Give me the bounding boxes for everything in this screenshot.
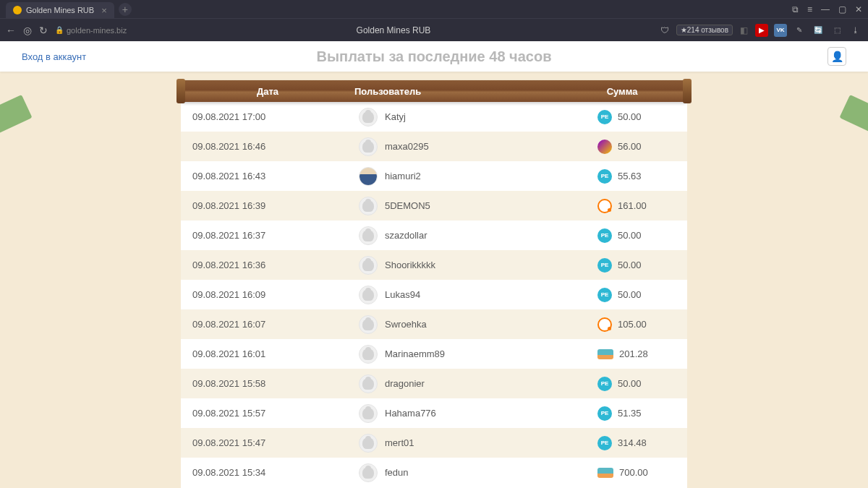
qiwi-icon	[597, 317, 612, 332]
header-user: Пользователь	[354, 86, 557, 97]
qiwi-icon	[597, 199, 612, 213]
cell-date: 09.08.2021 15:47	[192, 437, 359, 448]
table-row: 09.08.2021 16:36ShoorikkkkkPE50.00	[181, 250, 687, 280]
avatar-icon	[359, 286, 378, 304]
cell-sum: PE50.00	[597, 258, 676, 273]
cell-user: Lukas94	[359, 286, 597, 304]
table-row: 09.08.2021 16:46maxa029556.00	[181, 132, 687, 161]
table-row: 09.08.2021 15:58dragonierPE50.00	[181, 369, 687, 398]
username: dragonier	[385, 378, 425, 389]
menu-icon[interactable]: ≡	[807, 4, 812, 14]
avatar-icon	[359, 404, 378, 423]
account-icon[interactable]: 👤	[827, 47, 846, 66]
close-tab-icon[interactable]: ×	[101, 5, 107, 16]
table-row: 09.08.2021 17:00KatyjPE50.00	[181, 102, 687, 132]
avatar-icon	[359, 434, 378, 453]
ext-feather-icon[interactable]: ✎	[793, 24, 806, 37]
minimize-icon[interactable]: —	[821, 4, 830, 14]
cell-date: 09.08.2021 17:00	[192, 111, 359, 122]
cell-date: 09.08.2021 16:36	[192, 260, 359, 270]
reload-button[interactable]: ↻	[39, 25, 48, 36]
shield-icon[interactable]: 🛡	[660, 25, 669, 35]
cell-user: 5DEMON5	[359, 197, 597, 215]
window-controls: ⧉ ≡ — ▢ ✕	[792, 4, 862, 14]
cell-user: hiamuri2	[359, 167, 597, 186]
downloads-icon[interactable]: ⭳	[849, 24, 862, 37]
cell-sum: PE50.00	[597, 288, 676, 302]
amount: 50.00	[618, 230, 642, 241]
avatar-icon	[359, 167, 378, 186]
payeer-icon: PE	[597, 169, 612, 184]
cell-user: mert01	[359, 434, 597, 453]
amount: 50.00	[618, 260, 642, 270]
favicon-icon	[13, 6, 22, 14]
table-row: 09.08.2021 16:07Swroehka105.00	[181, 309, 687, 339]
ext-youtube-icon[interactable]: ▶	[755, 24, 768, 37]
ext-translate-icon[interactable]: 🔄	[812, 24, 825, 37]
cell-user: Marinaemm89	[359, 345, 597, 364]
username: Marinaemm89	[385, 348, 445, 359]
reviews-badge[interactable]: ★214 отзывов	[676, 25, 733, 35]
bookmark-icon[interactable]: ◧	[740, 25, 748, 35]
cell-date: 09.08.2021 16:39	[192, 200, 359, 211]
avatar-icon	[359, 256, 378, 275]
page-heading: Выплаты за последние 48 часов	[317, 48, 552, 65]
login-link[interactable]: Вход в аккаунт	[22, 51, 86, 62]
url-host: golden-mines.biz	[67, 26, 127, 35]
table-header: Дата Пользователь Сумма	[181, 80, 687, 102]
username: Lukas94	[385, 289, 420, 300]
cell-user: Katyj	[359, 108, 597, 127]
cell-date: 09.08.2021 16:09	[192, 289, 359, 300]
amount: 50.00	[618, 111, 642, 122]
payeer-icon: PE	[597, 436, 612, 450]
amount: 51.35	[618, 408, 642, 419]
target-icon[interactable]: ◎	[23, 25, 32, 36]
payeer-icon: PE	[597, 258, 612, 273]
avatar-icon	[359, 315, 378, 334]
tab-title: Golden Mines RUB	[26, 6, 94, 14]
payeer-icon: PE	[597, 377, 612, 391]
payeer-icon: PE	[597, 406, 612, 421]
avatar-icon	[359, 374, 378, 393]
cell-sum: PE50.00	[597, 377, 676, 391]
header-date: Дата	[181, 86, 354, 97]
card-icon	[597, 349, 613, 359]
cell-user: Hahama776	[359, 404, 597, 423]
maximize-icon[interactable]: ▢	[838, 4, 846, 14]
avatar-icon	[359, 226, 378, 245]
cell-date: 09.08.2021 16:43	[192, 171, 359, 181]
panel-icon[interactable]: ⧉	[792, 4, 799, 14]
cell-user: Swroehka	[359, 315, 597, 334]
amount: 161.00	[618, 200, 647, 211]
username: Shoorikkkkk	[385, 260, 435, 270]
avatar-icon	[359, 137, 378, 156]
back-button[interactable]: ←	[6, 25, 16, 36]
amount: 700.00	[619, 467, 648, 478]
cell-user: szazdollar	[359, 226, 597, 245]
avatar-icon	[359, 108, 378, 127]
table-row: 09.08.2021 15:34fedun700.00	[181, 458, 687, 487]
ext-vk-icon[interactable]: VK	[774, 24, 787, 37]
amount: 55.63	[618, 171, 642, 181]
username: fedun	[385, 467, 409, 478]
money-decoration-icon	[0, 95, 33, 136]
close-window-icon[interactable]: ✕	[855, 4, 862, 14]
cell-date: 09.08.2021 15:34	[192, 467, 359, 478]
cell-user: Shoorikkkkk	[359, 256, 597, 275]
cell-date: 09.08.2021 15:57	[192, 408, 359, 419]
cell-sum: 56.00	[597, 140, 676, 154]
page-title: Golden Mines RUB	[134, 25, 653, 35]
address-bar[interactable]: 🔒 golden-mines.biz	[55, 26, 127, 35]
card-icon	[597, 468, 613, 478]
username: 5DEMON5	[385, 200, 430, 211]
cell-user: maxa0295	[359, 137, 597, 156]
avatar-icon	[359, 345, 378, 364]
username: hiamuri2	[385, 171, 421, 181]
new-tab-button[interactable]: +	[119, 3, 132, 16]
cell-user: fedun	[359, 463, 597, 482]
cell-sum: PE50.00	[597, 110, 676, 124]
browser-tab[interactable]: Golden Mines RUB ×	[6, 2, 114, 18]
avatar-icon	[359, 197, 378, 215]
cell-sum: PE314.48	[597, 436, 676, 450]
ext-wallet-icon[interactable]: ⬚	[830, 24, 843, 37]
